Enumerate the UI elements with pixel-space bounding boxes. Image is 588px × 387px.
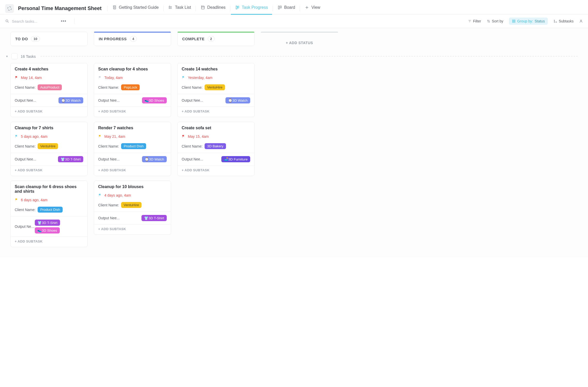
due-date-row[interactable]: 6 days ago, 4am (15, 198, 83, 202)
task-title: Scan cleanup for 6 dress shoes and shirt… (15, 184, 83, 194)
add-subtask-button[interactable]: + ADD SUBTASK (178, 166, 254, 176)
search-input[interactable] (12, 19, 53, 23)
tag-pill[interactable]: 3D Bakery (205, 143, 226, 149)
client-row: Client Name: AutoProduct (15, 84, 83, 90)
output-label: Output Nee... (15, 98, 36, 102)
board: TO DO 10 IN PROGRESS 4 COMPLETE 2 + ADD … (0, 28, 588, 257)
sortby-button[interactable]: Sort by (487, 19, 503, 23)
groupby-button[interactable]: Group by: Status (509, 18, 548, 25)
add-view-button[interactable]: View (300, 2, 324, 15)
column-name: TO DO (15, 37, 28, 41)
flag-icon (15, 198, 18, 202)
board-icon (235, 5, 240, 10)
add-subtask-button[interactable]: + ADD SUBTASK (11, 166, 87, 176)
column-count: 10 (31, 36, 40, 42)
due-date-row[interactable]: 4 days ago, 4am (98, 193, 167, 197)
task-card[interactable]: Create 4 watches May 14, 4am Client Name… (10, 63, 88, 117)
tag-pill[interactable]: VentuHire (38, 143, 58, 149)
add-subtask-button[interactable]: + ADD SUBTASK (94, 224, 171, 235)
task-card[interactable]: Cleanup for 10 blouses 4 days ago, 4am C… (94, 181, 171, 235)
column-header-todo[interactable]: TO DO 10 (10, 32, 88, 46)
collapse-caret[interactable]: ▼ (6, 55, 8, 58)
subtasks-button[interactable]: Subtasks (553, 19, 574, 23)
workspace-icon[interactable] (5, 4, 14, 13)
output-row: Output Nee... ⌚3D Watch (94, 153, 171, 165)
tab-task-progress[interactable]: Task Progress (231, 2, 272, 15)
flag-icon (182, 135, 185, 138)
due-date-row[interactable]: May 14, 4am (15, 76, 83, 80)
tag-pill[interactable]: ⌚3D Watch (142, 156, 167, 162)
tag-pill[interactable]: PopLock (121, 84, 140, 90)
groupby-value: Status (535, 19, 545, 23)
svg-rect-8 (280, 6, 281, 8)
due-date: May 21, 4am (104, 134, 125, 139)
tag-pill[interactable]: 👕3D T-Shirt (35, 220, 60, 226)
due-date-row[interactable]: 5 days ago, 4am (15, 134, 83, 139)
task-card[interactable]: Scan cleanup for 6 dress shoes and shirt… (10, 181, 88, 247)
tag-pill[interactable]: 👟3D Shoes (35, 227, 60, 233)
svg-point-17 (581, 20, 582, 21)
output-row: Output Nee... 👕3D T-Shirt👟3D Shoes (11, 216, 87, 237)
tag-pill[interactable]: 👕3D T-Shirt (141, 215, 167, 221)
group-divider (40, 56, 578, 57)
due-date-row[interactable]: Today, 4am (98, 76, 167, 80)
client-row: Client Name: VentuHire (182, 84, 250, 90)
doc-icon (112, 5, 117, 10)
board-icon (278, 5, 282, 10)
add-subtask-button[interactable]: + ADD SUBTASK (94, 107, 171, 117)
group-label: 16 Tasks (21, 54, 36, 59)
client-label: Client Name: (98, 85, 119, 90)
due-date: May 15, 4am (188, 134, 209, 139)
tab-task-list[interactable]: Task List (164, 2, 195, 15)
add-status-label: + ADD STATUS (286, 41, 313, 45)
tag-pill[interactable]: Product Dish (38, 207, 63, 213)
client-label: Client Name: (98, 203, 119, 207)
task-card[interactable]: Create sofa set May 15, 4am Client Name:… (177, 122, 255, 176)
filter-button[interactable]: Filter (468, 19, 481, 23)
add-status-button[interactable]: + ADD STATUS (261, 32, 338, 46)
tab-label: Deadlines (207, 5, 225, 10)
due-date-row[interactable]: May 21, 4am (98, 134, 167, 139)
client-row: Client Name: VentuHire (98, 202, 167, 208)
flag-icon (98, 135, 102, 138)
add-subtask-button[interactable]: + ADD SUBTASK (11, 107, 87, 117)
more-menu[interactable]: ••• (59, 19, 69, 24)
task-title: Scan cleanup for 4 shoes (98, 67, 167, 71)
task-title: Cleanup for 7 shirts (15, 126, 83, 130)
tag-pill[interactable]: VentuHire (121, 202, 141, 208)
tag-pill[interactable]: 👟3D Shoes (142, 97, 167, 103)
tag-pill[interactable]: VentuHire (205, 84, 225, 90)
tag-pill[interactable]: Product Dish (121, 143, 146, 149)
groupby-label: Group by: (517, 19, 533, 23)
column-header-complete[interactable]: COMPLETE 2 (177, 32, 255, 46)
task-card[interactable]: Create 14 watches Yesterday, 4am Client … (177, 63, 255, 117)
list-icon (168, 5, 173, 10)
output-label: Output Nee... (98, 157, 120, 161)
add-subtask-button[interactable]: + ADD SUBTASK (94, 166, 171, 176)
tag-pill[interactable]: AutoProduct (38, 84, 62, 90)
column-count: 2 (208, 36, 215, 42)
task-card[interactable]: Scan cleanup for 4 shoes Today, 4am Clie… (94, 63, 171, 117)
group-color-box[interactable] (11, 53, 18, 59)
svg-point-1 (169, 6, 170, 7)
task-title: Create sofa set (182, 126, 250, 130)
page-title[interactable]: Personal Time Management Sheet (18, 5, 102, 11)
due-date-row[interactable]: Yesterday, 4am (182, 76, 250, 80)
due-date-row[interactable]: May 15, 4am (182, 134, 250, 139)
tab-getting-started[interactable]: Getting Started Guide (108, 2, 163, 15)
tag-pill[interactable]: 🛋️3D Furniture (221, 156, 250, 162)
tag-pill[interactable]: ⌚3D Watch (225, 97, 250, 103)
tag-pill[interactable]: 👕3D T-Shirt (58, 156, 83, 162)
tag-pill[interactable]: ⌚3D Watch (58, 97, 83, 103)
task-card[interactable]: Render 7 watches May 21, 4am Client Name… (94, 122, 171, 176)
header-left: Personal Time Management Sheet (5, 4, 107, 13)
add-subtask-button[interactable]: + ADD SUBTASK (178, 107, 254, 117)
task-card[interactable]: Cleanup for 7 shirts 5 days ago, 4am Cli… (10, 122, 88, 176)
column-header-inprogress[interactable]: IN PROGRESS 4 (94, 32, 171, 46)
calendar-icon (200, 5, 205, 10)
user-button[interactable] (579, 19, 583, 23)
tab-board[interactable]: Board (273, 2, 299, 15)
tab-deadlines[interactable]: Deadlines (196, 2, 230, 15)
tab-separator (300, 6, 300, 11)
add-subtask-button[interactable]: + ADD SUBTASK (11, 237, 87, 247)
